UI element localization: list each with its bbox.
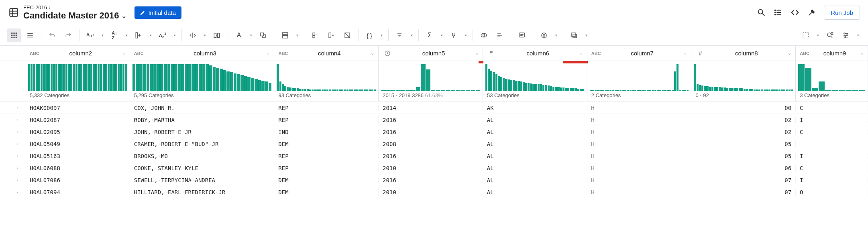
- braces-button[interactable]: { }: [363, 28, 376, 42]
- insert-column-button[interactable]: [132, 28, 145, 42]
- settings-button[interactable]: [839, 28, 853, 42]
- breadcrumb-root[interactable]: FEC-2016: [23, 4, 47, 10]
- cell[interactable]: H0AL02095: [26, 129, 130, 135]
- cell[interactable]: CRAMER,·ROBERT·E·"BUD"·JR: [130, 141, 275, 147]
- cell[interactable]: H0AL02087: [26, 117, 130, 123]
- chevron-down-icon[interactable]: ⌄: [683, 51, 687, 56]
- sigma-button[interactable]: Σ: [423, 28, 436, 42]
- sort-button[interactable]: A↓Z: [108, 28, 121, 42]
- dropdown-icon[interactable]: ▾: [148, 33, 153, 37]
- chevron-down-icon[interactable]: ⌄: [579, 51, 583, 56]
- cell[interactable]: 2016: [379, 129, 483, 135]
- cell[interactable]: 02: [691, 117, 796, 123]
- cell[interactable]: COX,·JOHN·R.: [130, 105, 275, 111]
- cell[interactable]: REP: [274, 117, 379, 123]
- cell[interactable]: H: [587, 141, 692, 147]
- dropdown-icon[interactable]: ▾: [583, 33, 589, 37]
- target-button[interactable]: [537, 28, 551, 42]
- cell[interactable]: 05: [691, 153, 796, 159]
- cell[interactable]: 2016: [379, 117, 483, 123]
- histogram-column6[interactable]: [483, 61, 587, 91]
- merge-column-button[interactable]: [210, 28, 224, 42]
- column-header-column2[interactable]: ABCcolumn2⌄: [26, 46, 130, 61]
- cell[interactable]: H: [587, 177, 692, 183]
- table-row[interactable]: ·H0AL07094HILLIARD,·EARL·FREDERICK·JRDEM…: [0, 186, 868, 198]
- cell[interactable]: 05: [691, 141, 796, 147]
- histogram-column2[interactable]: [26, 61, 130, 91]
- align-button[interactable]: [493, 28, 507, 42]
- chevron-down-icon[interactable]: ⌄: [121, 12, 126, 20]
- cell[interactable]: DEM: [274, 141, 379, 147]
- chevron-down-icon[interactable]: ⌄: [122, 51, 126, 56]
- chevron-down-icon[interactable]: ⌄: [266, 51, 270, 56]
- column-header-column5[interactable]: column5⌄: [379, 46, 483, 61]
- cell[interactable]: C: [796, 165, 868, 171]
- histogram-column7[interactable]: [587, 61, 692, 91]
- dropdown-icon[interactable]: ▾: [439, 33, 444, 37]
- cell[interactable]: I: [796, 153, 868, 159]
- numeric-button[interactable]: A21: [156, 28, 169, 42]
- cell[interactable]: H: [587, 165, 692, 171]
- dropdown-icon[interactable]: ▾: [248, 33, 254, 37]
- dropdown-icon[interactable]: ▾: [202, 33, 208, 37]
- cell[interactable]: REP: [274, 165, 379, 171]
- cell[interactable]: H0AL06088: [26, 165, 130, 171]
- cell[interactable]: AL: [483, 141, 587, 147]
- cell[interactable]: AL: [483, 165, 587, 171]
- dropdown-icon[interactable]: ▾: [553, 33, 559, 37]
- cell[interactable]: AL: [483, 189, 587, 195]
- cell[interactable]: O: [796, 189, 868, 195]
- dropdown-icon[interactable]: ▾: [379, 33, 384, 37]
- breadcrumb[interactable]: FEC-2016 ›: [23, 4, 126, 10]
- cell[interactable]: H0AL07094: [26, 189, 130, 195]
- cell[interactable]: 00: [691, 105, 796, 111]
- cell[interactable]: HILLIARD,·EARL·FREDERICK·JR: [130, 189, 275, 195]
- cell[interactable]: H: [587, 129, 692, 135]
- cell[interactable]: H0AL05049: [26, 141, 130, 147]
- table-row[interactable]: ·H0AL02087ROBY,·MARTHAREP2016ALH02I: [0, 114, 868, 126]
- dropdown-icon[interactable]: ▾: [124, 33, 129, 37]
- cell[interactable]: ROBY,·MARTHA: [130, 117, 275, 123]
- venn-button[interactable]: [477, 28, 491, 42]
- cell[interactable]: SEWELL,·TERRYCINA·ANDREA: [130, 177, 275, 183]
- cell[interactable]: 2014: [379, 105, 483, 111]
- cell[interactable]: REP: [274, 153, 379, 159]
- cell[interactable]: 2010: [379, 189, 483, 195]
- cell[interactable]: 07: [691, 189, 796, 195]
- column-header-column8[interactable]: #column8⌄: [691, 46, 796, 61]
- initial-data-button[interactable]: Initial data: [134, 6, 181, 19]
- cell[interactable]: COOKE,·STANLEY·KYLE: [130, 165, 275, 171]
- dropdown-icon[interactable]: ▾: [463, 33, 469, 37]
- transpose-button[interactable]: [340, 28, 354, 42]
- dropdown-icon[interactable]: ▾: [815, 33, 821, 37]
- cell[interactable]: C: [796, 129, 868, 135]
- column-header-column6[interactable]: column6⌄: [483, 46, 587, 61]
- cell[interactable]: 2008: [379, 141, 483, 147]
- cell[interactable]: H0AL07086: [26, 177, 130, 183]
- pivot-button[interactable]: [308, 28, 322, 42]
- join-button[interactable]: [447, 28, 460, 42]
- column-header-column9[interactable]: ABCcolumn9⌄: [796, 46, 868, 61]
- cell[interactable]: JOHN,·ROBERT·E·JR: [130, 129, 275, 135]
- cell[interactable]: H0AK00097: [26, 105, 130, 111]
- dropdown-icon[interactable]: ▾: [100, 33, 105, 37]
- histogram-column8[interactable]: [691, 61, 796, 91]
- table-row[interactable]: ·H0AL05163BROOKS,·MOREP2016ALH05I: [0, 150, 868, 162]
- chevron-down-icon[interactable]: ⌄: [788, 51, 791, 56]
- cell[interactable]: AL: [483, 153, 587, 159]
- dropdown-icon[interactable]: ▾: [855, 33, 861, 37]
- cell[interactable]: DEM: [274, 177, 379, 183]
- table-row[interactable]: ·H0AL06088COOKE,·STANLEY·KYLEREP2010ALH0…: [0, 162, 868, 174]
- group-button[interactable]: [278, 28, 292, 42]
- cell[interactable]: H: [587, 117, 692, 123]
- table-row[interactable]: ·H0AK00097COX,·JOHN·R.REP2014AKH00C: [0, 102, 868, 114]
- table-row[interactable]: ·H0AL02095JOHN,·ROBERT·E·JRIND2016ALH02C: [0, 126, 868, 138]
- column-header-column3[interactable]: ABCcolumn3⌄: [130, 46, 275, 61]
- filter-button[interactable]: [393, 28, 406, 42]
- cell[interactable]: BROOKS,·MO: [130, 153, 275, 159]
- split-column-button[interactable]: [186, 28, 200, 42]
- format-text-button[interactable]: A: [232, 28, 246, 42]
- cell[interactable]: 06: [691, 165, 796, 171]
- histogram-column3[interactable]: [130, 61, 275, 91]
- copy-button[interactable]: [567, 28, 581, 42]
